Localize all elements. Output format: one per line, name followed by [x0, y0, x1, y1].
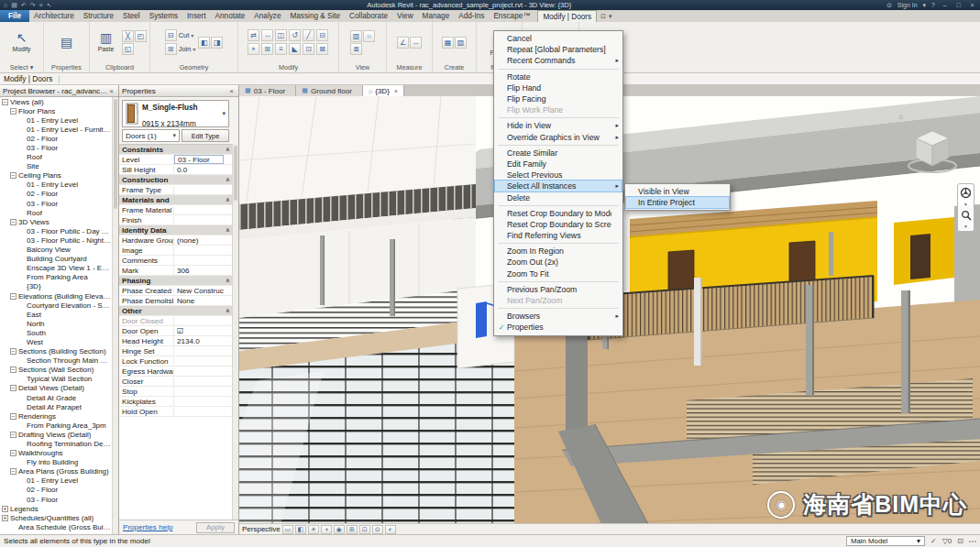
tree-item[interactable]: 02 - Floor	[0, 190, 112, 199]
ribbon-tab[interactable]: Insert	[182, 10, 210, 22]
view-tab[interactable]: ⌂ {3D} ×	[363, 85, 404, 96]
print-icon[interactable]: ≡	[39, 2, 43, 9]
ribbon-tab[interactable]: Steel	[118, 10, 145, 22]
property-row[interactable]: Frame Type	[119, 185, 232, 195]
ribbon-tab[interactable]: Add-Ins	[454, 10, 489, 22]
tree-item[interactable]: Roofing Termination Detail	[0, 439, 112, 448]
context-menu-item[interactable]: Cancel	[495, 33, 622, 44]
pin-icon[interactable]: ⊡	[303, 43, 314, 55]
crop-view-icon[interactable]: ⊞	[347, 525, 358, 534]
ribbon-tab[interactable]: Enscape™	[489, 10, 534, 22]
help-button[interactable]: ?	[931, 2, 935, 8]
edit-type-button[interactable]: Edit Type	[182, 129, 229, 142]
tree-item[interactable]: − Walkthroughs	[0, 449, 112, 458]
ribbon-tab[interactable]: Annotate	[211, 10, 250, 22]
paint-icon[interactable]: ◧	[198, 37, 210, 49]
tree-item[interactable]: − Ceiling Plans	[0, 171, 112, 181]
tree-item[interactable]: 03 - Floor Public - Day Rend...	[0, 226, 112, 235]
split-icon[interactable]: ⊟	[316, 29, 328, 41]
expand-box-icon[interactable]: −	[2, 99, 8, 105]
filter-icon[interactable]: ▽0	[942, 537, 952, 545]
properties-button[interactable]: ▤	[50, 36, 83, 49]
property-row[interactable]: Materials and Finishes ∧	[119, 195, 232, 205]
context-menu-item[interactable]: Zoom To Fit	[495, 268, 622, 279]
create-group-icon[interactable]: ▦	[442, 37, 454, 49]
property-row[interactable]: Image	[119, 246, 232, 256]
type-selector-caret-icon[interactable]: ▾	[222, 110, 226, 117]
tree-item[interactable]: From Parking Area	[0, 273, 112, 282]
minimize-button[interactable]: –	[941, 2, 949, 8]
tree-item[interactable]: From Parking Area_3pm	[0, 421, 112, 430]
property-row[interactable]: Construction ∧	[119, 175, 232, 185]
tab-file[interactable]: File	[0, 10, 29, 22]
property-row[interactable]: Phase Created New Construction	[119, 286, 232, 296]
submenu-item[interactable]: In Entire Project	[626, 197, 729, 208]
join-geometry-button[interactable]: ⊞ Join ▾	[165, 43, 196, 55]
tree-item[interactable]: Fly into Building	[0, 458, 112, 467]
type-selector[interactable]: M_Single-Flush 0915 x 2134mm ▾	[122, 100, 229, 127]
expand-box-icon[interactable]: −	[10, 468, 17, 475]
property-row[interactable]: Level 03 - Floor	[119, 155, 232, 165]
delete-icon[interactable]: ⊠	[316, 43, 328, 55]
expand-box-icon[interactable]: −	[10, 108, 17, 115]
shadows-icon[interactable]: ◑	[321, 525, 332, 534]
home-icon[interactable]: ⌂	[898, 113, 903, 121]
detail-level-icon[interactable]: ▭	[282, 525, 293, 534]
view-scale-label[interactable]: Perspective	[242, 525, 281, 533]
tree-item[interactable]: North	[0, 319, 112, 328]
rendering-icon[interactable]: ◉	[334, 525, 345, 534]
property-row[interactable]: Constraints ∧	[119, 145, 232, 155]
property-row[interactable]: Hold Open	[119, 407, 232, 417]
modify-icon[interactable]: ↖	[47, 2, 52, 9]
select-toggle-icon[interactable]: ⊡	[957, 537, 963, 545]
property-row[interactable]: Phase Demolished None	[119, 296, 232, 306]
property-row[interactable]: Kickplates	[119, 397, 232, 407]
zoom-icon[interactable]	[961, 210, 972, 221]
tree-item[interactable]: 01 - Entry Level	[0, 476, 112, 486]
tree-item[interactable]: Roof	[0, 208, 112, 217]
ribbon-display-icon[interactable]: ⊡	[600, 13, 606, 20]
property-row[interactable]: Head Height 2134.0	[119, 336, 232, 346]
tree-item[interactable]: Roof	[0, 153, 112, 162]
ribbon-tab[interactable]: Analyze	[249, 10, 285, 22]
expand-box-icon[interactable]: −	[10, 293, 17, 300]
element-filter-dropdown[interactable]: Doors (1) ▾	[122, 129, 180, 142]
tree-item[interactable]: East	[0, 310, 112, 319]
context-menu-item[interactable]: Browsers ▸	[495, 311, 622, 322]
context-menu-item[interactable]: Zoom Out (2x)	[495, 257, 622, 268]
expand-box-icon[interactable]: +	[2, 515, 8, 521]
expand-box-icon[interactable]: −	[10, 348, 17, 355]
tree-item[interactable]: − Sections (Building Section)	[0, 347, 112, 356]
tree-item[interactable]: − Area Plans (Gross Building)	[0, 467, 112, 476]
tree-item[interactable]: 03 - Floor Public - Night Re...	[0, 235, 112, 245]
maximize-button[interactable]: □	[954, 2, 963, 8]
view-cube[interactable]	[905, 120, 960, 182]
expand-box-icon[interactable]: +	[2, 506, 8, 512]
panel-label-select[interactable]: Select ▾	[0, 62, 43, 72]
context-menu-item[interactable]: Previous Pan/Zoom	[495, 284, 622, 295]
yellow-wall-right[interactable]	[894, 217, 954, 285]
locked-orientation-icon[interactable]: ⊙	[372, 525, 383, 534]
match-type-icon[interactable]: ◱	[122, 43, 134, 55]
tree-item[interactable]: Building Courtyard	[0, 255, 112, 264]
tree-item[interactable]: West	[0, 337, 112, 346]
context-menu-item[interactable]: Rotate	[495, 71, 622, 82]
copy-to-clipboard-icon[interactable]: ◰	[135, 30, 147, 42]
cut-to-clipboard-icon[interactable]: ╳	[122, 30, 134, 42]
close-button[interactable]: ×	[968, 2, 976, 8]
demolish-icon[interactable]: ◨	[211, 37, 223, 49]
close-tab-icon[interactable]: ×	[394, 88, 398, 94]
context-menu-item[interactable]: Zoom In Region	[495, 246, 622, 257]
property-row[interactable]: Identity Data ∧	[119, 225, 232, 235]
submenu-item[interactable]: Visible in View	[626, 186, 729, 197]
project-browser-scrollbar[interactable]	[112, 97, 118, 534]
ribbon-tab[interactable]: Systems	[145, 10, 182, 22]
ribbon-tab[interactable]: Collaborate	[345, 10, 392, 22]
properties-help-link[interactable]: Properties help	[123, 523, 172, 531]
close-panel-icon[interactable]: ×	[227, 87, 236, 95]
tree-item[interactable]: 03 - Floor	[0, 199, 112, 208]
tree-item[interactable]: South	[0, 328, 112, 337]
ribbon-tab[interactable]: View	[392, 10, 418, 22]
array-icon[interactable]: ≡	[275, 43, 287, 55]
tree-item[interactable]: − 3D Views	[0, 217, 112, 226]
